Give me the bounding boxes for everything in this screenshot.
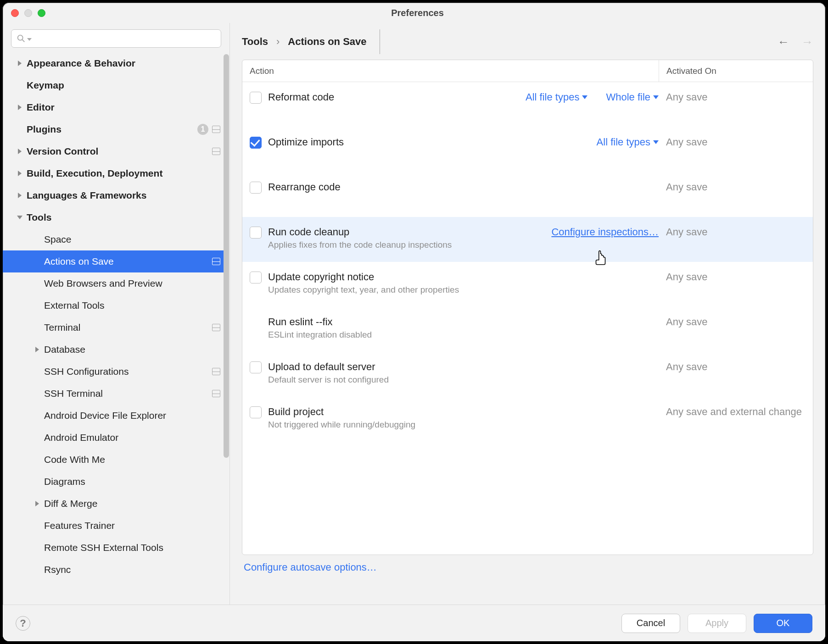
sidebar-item-label: Features Trainer xyxy=(44,520,115,531)
chevron-right-icon xyxy=(13,193,27,198)
svg-point-0 xyxy=(18,35,23,40)
action-row-optimize-imports[interactable]: Optimize importsAll file types Any save xyxy=(242,127,813,172)
checkbox[interactable] xyxy=(250,406,262,418)
action-label: Build project xyxy=(268,406,659,418)
sidebar-item-features-trainer[interactable]: Features Trainer xyxy=(3,515,225,537)
sidebar-item-editor[interactable]: Editor xyxy=(3,96,225,118)
sidebar-item-database[interactable]: Database xyxy=(3,339,225,361)
activated-on-value: Any save and external change xyxy=(663,406,806,433)
module-settings-icon xyxy=(212,258,220,265)
help-button[interactable]: ? xyxy=(16,616,30,631)
configure-autosave-link[interactable]: Configure autosave options… xyxy=(244,561,813,573)
sidebar-item-languages-frameworks[interactable]: Languages & Frameworks xyxy=(3,184,225,206)
sidebar-item-label: Actions on Save xyxy=(44,256,114,267)
configure-link[interactable]: Configure inspections… xyxy=(551,226,659,238)
action-description: Not triggered while running/debugging xyxy=(268,420,659,430)
sidebar-scrollbar[interactable] xyxy=(223,52,229,594)
action-description: Default server is not configured xyxy=(268,375,659,385)
sidebar-item-appearance-behavior[interactable]: Appearance & Behavior xyxy=(3,52,225,74)
sidebar-item-label: Remote SSH External Tools xyxy=(44,542,163,553)
sidebar-item-web-browsers-and-preview[interactable]: Web Browsers and Preview xyxy=(3,272,225,294)
sidebar-item-label: Diagrams xyxy=(44,476,85,487)
chevron-down-icon xyxy=(13,216,27,219)
sidebar-item-android-device-file-explorer[interactable]: Android Device File Explorer xyxy=(3,405,225,427)
sidebar-item-android-emulator[interactable]: Android Emulator xyxy=(3,427,225,449)
checkbox[interactable] xyxy=(250,272,262,283)
column-header-action[interactable]: Action xyxy=(242,66,659,76)
sidebar-item-label: Diff & Merge xyxy=(44,498,97,509)
chevron-down-icon xyxy=(653,140,659,144)
search-input[interactable] xyxy=(11,29,221,48)
sidebar-item-label: Keymap xyxy=(27,80,64,91)
sidebar-item-label: Database xyxy=(44,344,85,355)
option-dropdown[interactable]: All file types xyxy=(597,136,659,148)
module-settings-icon xyxy=(212,390,220,397)
sidebar-item-remote-ssh-external-tools[interactable]: Remote SSH External Tools xyxy=(3,537,225,559)
sidebar-item-code-with-me[interactable]: Code With Me xyxy=(3,449,225,471)
nav-back-button[interactable]: ← xyxy=(778,35,789,49)
sidebar-item-external-tools[interactable]: External Tools xyxy=(3,294,225,316)
sidebar-item-terminal[interactable]: Terminal xyxy=(3,316,225,339)
option-dropdown[interactable]: All file types xyxy=(526,91,587,103)
activated-on-value: Any save xyxy=(663,226,806,253)
window-title: Preferences xyxy=(18,8,817,18)
action-row-rearrange-code[interactable]: Rearrange codeAny save xyxy=(242,172,813,217)
sidebar-item-label: Appearance & Behavior xyxy=(27,58,135,69)
breadcrumb-parent[interactable]: Tools xyxy=(242,36,268,48)
option-dropdown[interactable]: Whole file xyxy=(606,91,659,103)
module-settings-icon xyxy=(212,324,220,331)
sidebar-item-ssh-configurations[interactable]: SSH Configurations xyxy=(3,361,225,383)
sidebar-item-label: Space xyxy=(44,234,72,245)
action-row-run-code-cleanup[interactable]: Run code cleanupApplies fixes from the c… xyxy=(242,217,813,262)
sidebar-item-rsync[interactable]: Rsync xyxy=(3,559,225,581)
sidebar-item-space[interactable]: Space xyxy=(3,228,225,250)
chevron-right-icon xyxy=(30,501,44,506)
action-row-upload-to-default-server[interactable]: Upload to default serverDefault server i… xyxy=(242,352,813,397)
titlebar: Preferences xyxy=(3,3,825,23)
ok-button[interactable]: OK xyxy=(754,614,812,633)
module-settings-icon xyxy=(212,148,220,155)
activated-on-value: Any save xyxy=(663,361,806,388)
search-icon xyxy=(16,33,26,44)
sidebar-item-ssh-terminal[interactable]: SSH Terminal xyxy=(3,383,225,405)
action-label: Optimize imports xyxy=(268,136,597,148)
sidebar-item-label: Version Control xyxy=(27,146,98,157)
activated-on-value: Any save xyxy=(663,271,806,298)
sidebar-item-label: Android Emulator xyxy=(44,432,118,443)
sidebar-item-keymap[interactable]: Keymap xyxy=(3,74,225,96)
chevron-down-icon xyxy=(582,95,587,99)
sidebar-item-diff-merge[interactable]: Diff & Merge xyxy=(3,493,225,515)
cancel-button[interactable]: Cancel xyxy=(621,614,680,633)
checkbox[interactable] xyxy=(250,227,262,239)
sidebar-item-tools[interactable]: Tools xyxy=(3,206,225,228)
checkbox[interactable] xyxy=(250,92,262,104)
sidebar-item-label: Plugins xyxy=(27,124,62,135)
action-row-update-copyright-notice[interactable]: Update copyright noticeUpdates copyright… xyxy=(242,262,813,307)
action-row-run-eslint-fix[interactable]: Run eslint --fixESLint integration disab… xyxy=(242,307,813,352)
dropdown-caret-icon xyxy=(27,34,32,43)
sidebar-item-actions-on-save[interactable]: Actions on Save xyxy=(3,250,225,272)
sidebar-item-build-execution-deployment[interactable]: Build, Execution, Deployment xyxy=(3,162,225,184)
checkbox[interactable] xyxy=(250,182,262,194)
sidebar-item-label: Build, Execution, Deployment xyxy=(27,168,162,179)
activated-on-value: Any save xyxy=(663,136,806,163)
action-row-reformat-code[interactable]: Reformat codeAll file types Whole file A… xyxy=(242,82,813,127)
apply-button: Apply xyxy=(688,614,746,633)
sidebar-item-label: Code With Me xyxy=(44,454,105,465)
sidebar-item-plugins[interactable]: Plugins1 xyxy=(3,118,225,140)
module-settings-icon[interactable] xyxy=(380,29,380,54)
checkbox[interactable] xyxy=(250,361,262,373)
sidebar-item-version-control[interactable]: Version Control xyxy=(3,140,225,162)
module-settings-icon xyxy=(212,368,220,375)
action-label: Upload to default server xyxy=(268,361,659,373)
activated-on-value: Any save xyxy=(663,91,806,118)
svg-line-1 xyxy=(22,40,25,42)
checkbox[interactable] xyxy=(250,137,262,149)
chevron-right-icon xyxy=(13,171,27,176)
action-row-build-project[interactable]: Build projectNot triggered while running… xyxy=(242,397,813,442)
column-header-activated[interactable]: Activated On xyxy=(659,60,813,82)
sidebar-item-diagrams[interactable]: Diagrams xyxy=(3,471,225,493)
sidebar-item-label: Tools xyxy=(27,212,51,223)
chevron-right-icon: › xyxy=(276,36,280,48)
sidebar-item-label: Editor xyxy=(27,102,55,113)
